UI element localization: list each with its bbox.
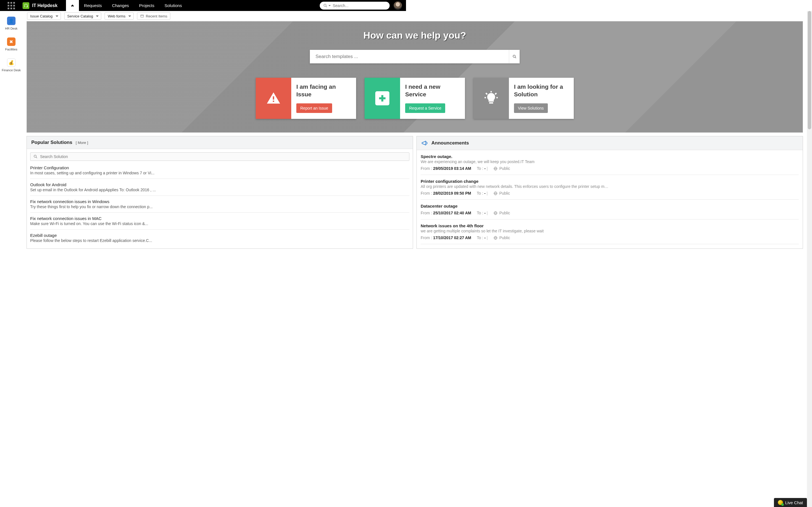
panel-popular-solutions: Popular Solutions [ More ] Printer Confi…	[27, 136, 406, 249]
solution-search[interactable]	[30, 152, 406, 161]
hero-cards: I am facing an Issue Report an Issue I n…	[27, 78, 406, 119]
recent-icon	[140, 14, 144, 18]
apps-launcher[interactable]	[0, 0, 22, 11]
svg-rect-6	[273, 96, 274, 100]
solution-item[interactable]: Fix network connection issues in Windows…	[30, 196, 406, 213]
report-issue-button[interactable]: Report an Issue	[296, 103, 332, 113]
nav-projects[interactable]: Projects	[134, 0, 159, 11]
sub-toolbar: Issue Catalog Service Catalog Web forms …	[22, 11, 406, 21]
nav-home[interactable]	[66, 0, 79, 11]
card-title: I am facing an Issue	[296, 83, 351, 98]
main-content: How can we help you? I am facing an Issu…	[22, 21, 406, 253]
headset-icon	[24, 3, 28, 8]
solution-title: Ezebill outage	[30, 233, 406, 238]
solution-desc: In most cases, setting up and configurin…	[30, 171, 406, 175]
svg-point-16	[34, 155, 36, 158]
chevron-down-icon	[328, 4, 331, 7]
web-forms-dropdown[interactable]: Web forms	[105, 12, 134, 20]
hero-title: How can we help you?	[363, 30, 406, 41]
rail-facilities[interactable]: ✖ Facilities	[5, 38, 17, 51]
main-nav: Requests Changes Projects Solutions	[66, 0, 187, 11]
solution-title: Printer Configuration	[30, 165, 406, 170]
alert-icon	[256, 78, 291, 119]
search-icon	[33, 154, 38, 159]
app-logo[interactable]	[22, 2, 29, 9]
solution-item[interactable]: Ezebill outagePlease follow the below st…	[30, 230, 406, 246]
request-service-button[interactable]: Request a Service	[405, 103, 406, 113]
rail-label: Facilities	[5, 48, 17, 51]
recent-items-button[interactable]: Recent Items	[137, 12, 170, 20]
rail-finance-desk[interactable]: 💰 Finance Desk	[2, 58, 20, 72]
apps-grid-icon	[8, 2, 15, 9]
left-rail: 👤 HR Desk ✖ Facilities 💰 Finance Desk	[0, 11, 22, 253]
svg-rect-2	[141, 15, 144, 17]
card-report-issue: I am facing an Issue Report an Issue	[256, 78, 356, 119]
finance-icon: 💰	[7, 58, 15, 67]
more-link[interactable]: [ More ]	[75, 140, 88, 145]
hr-icon: 👤	[7, 17, 15, 25]
solution-item[interactable]: Outlook for AndroidSet up email in the O…	[30, 179, 406, 196]
card-request-service: I need a new Service Request a Service	[364, 78, 406, 119]
svg-rect-7	[273, 101, 274, 102]
solution-title: Fix network connection issues in MAC	[30, 216, 406, 221]
avatar[interactable]	[394, 1, 402, 10]
global-search-input[interactable]	[333, 3, 386, 8]
app-title: IT Helpdesk	[32, 3, 57, 8]
home-icon	[71, 3, 74, 8]
solution-desc: Try these things first to help you fix o…	[30, 205, 406, 209]
hero-search[interactable]	[310, 50, 406, 63]
card-title: I need a new Service	[405, 83, 406, 98]
nav-requests[interactable]: Requests	[79, 0, 107, 11]
solution-item[interactable]: Fix network connection issues in MACMake…	[30, 213, 406, 230]
rail-label: HR Desk	[5, 27, 17, 30]
svg-line-1	[326, 6, 327, 7]
issue-catalog-dropdown[interactable]: Issue Catalog	[27, 12, 61, 20]
solution-item[interactable]: Printer ConfigurationIn most cases, sett…	[30, 162, 406, 179]
svg-point-0	[324, 4, 326, 6]
solution-desc: Please follow the below steps to restart…	[30, 238, 406, 243]
nav-solutions[interactable]: Solutions	[159, 0, 187, 11]
global-search[interactable]	[320, 2, 390, 10]
panels-row: Popular Solutions [ More ] Printer Confi…	[27, 136, 406, 249]
solution-title: Fix network connection issues in Windows	[30, 199, 406, 204]
tools-icon: ✖	[7, 38, 15, 46]
panel-title: Popular Solutions	[31, 140, 72, 145]
search-icon	[323, 3, 327, 8]
nav-changes[interactable]: Changes	[107, 0, 134, 11]
rail-label: Finance Desk	[2, 68, 20, 72]
solution-desc: Set up email in the Outlook for Android …	[30, 187, 406, 192]
hero-search-input[interactable]	[310, 50, 406, 63]
rail-hr-desk[interactable]: 👤 HR Desk	[5, 17, 17, 30]
svg-line-17	[36, 157, 37, 158]
recent-items-label: Recent Items	[146, 14, 167, 18]
service-catalog-dropdown[interactable]: Service Catalog	[64, 12, 101, 20]
hero-banner: How can we help you? I am facing an Issu…	[27, 21, 406, 133]
solution-title: Outlook for Android	[30, 182, 406, 187]
solution-desc: Make sure Wi-Fi is turned on. You can us…	[30, 221, 406, 226]
topbar: IT Helpdesk Requests Changes Projects So…	[0, 0, 406, 11]
solution-list: Printer ConfigurationIn most cases, sett…	[27, 162, 406, 246]
solution-search-input[interactable]	[40, 154, 406, 159]
plus-icon	[364, 78, 400, 119]
